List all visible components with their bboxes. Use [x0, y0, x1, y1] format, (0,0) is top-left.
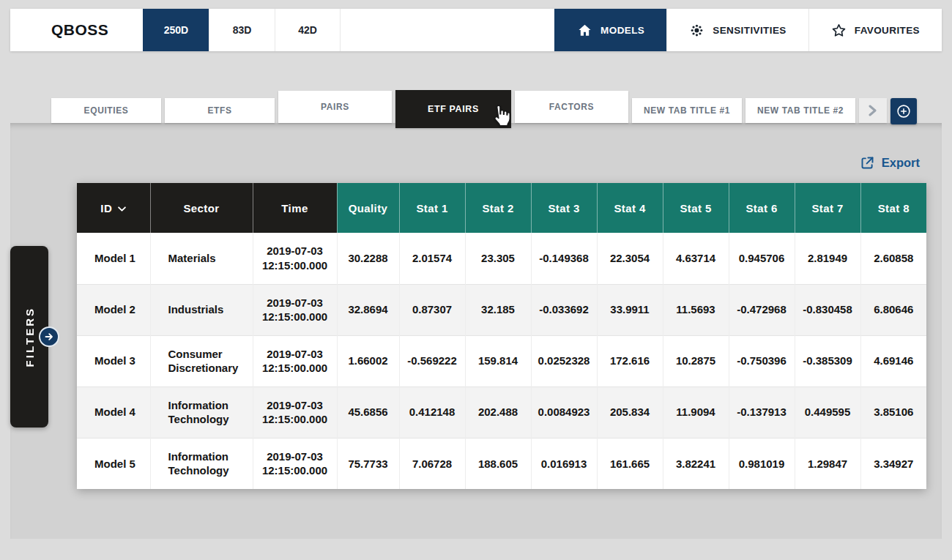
table-row[interactable]: Model 1Materials2019-07-03 12:15:00.0003… — [77, 233, 926, 284]
period-tab-83d[interactable]: 83D — [209, 9, 275, 51]
cell-id: Model 5 — [77, 438, 150, 489]
models-table: IDSectorTimeQualityStat 1Stat 2Stat 3Sta… — [77, 183, 926, 489]
cell-sector: Materials — [150, 233, 253, 284]
cell-stat-6: -0.750396 — [729, 335, 795, 387]
nav-label: MODELS — [600, 25, 644, 36]
nav-models[interactable]: MODELS — [554, 9, 666, 51]
cell-stat-2: 23.305 — [465, 233, 531, 284]
cell-quality: 32.8694 — [337, 284, 399, 335]
cell-stat-2: 202.488 — [465, 387, 531, 438]
tab-new-tab-title-1[interactable]: NEW TAB TITLE #1 — [632, 98, 742, 123]
cell-stat-5: 10.2875 — [663, 335, 729, 387]
arrow-right-icon — [44, 332, 54, 342]
cell-stat-3: 0.0252328 — [531, 335, 597, 387]
col-header-label: Quality — [349, 202, 388, 214]
tab-etfs[interactable]: ETFS — [165, 98, 275, 123]
cell-time: 2019-07-03 12:15:00.000 — [253, 233, 337, 284]
cell-stat-3: 0.016913 — [531, 438, 597, 489]
tab-scroll-right-button[interactable] — [859, 98, 887, 123]
cell-stat-2: 188.605 — [465, 438, 531, 489]
period-tab-250d[interactable]: 250D — [143, 9, 209, 51]
col-header-label: Stat 3 — [548, 202, 579, 214]
tab-etf-pairs[interactable]: ETF PAIRS — [395, 90, 511, 128]
add-tab-button[interactable] — [890, 98, 917, 124]
cell-stat-8: 2.60858 — [860, 233, 926, 284]
table-header: IDSectorTimeQualityStat 1Stat 2Stat 3Sta… — [77, 183, 926, 233]
cell-stat-4: 33.9911 — [597, 284, 663, 335]
cell-stat-1: 0.412148 — [399, 387, 465, 438]
cell-stat-3: 0.0084923 — [531, 387, 597, 438]
table-row[interactable]: Model 5Information Technology2019-07-03 … — [77, 438, 926, 489]
col-header-label: Stat 5 — [680, 202, 711, 214]
cell-stat-7: 0.449595 — [795, 387, 860, 438]
gear-icon — [689, 23, 704, 38]
filters-expand-button[interactable] — [39, 326, 59, 347]
col-header-label: Stat 6 — [745, 202, 777, 214]
col-header-label: Stat 7 — [811, 202, 843, 214]
chevron-right-icon — [869, 105, 877, 116]
cell-stat-4: 172.616 — [597, 335, 663, 387]
cell-stat-5: 11.5693 — [663, 284, 729, 335]
export-icon — [860, 155, 875, 171]
model-tabs-row: EQUITIESETFSPAIRSETF PAIRSFACTORSNEW TAB… — [51, 86, 917, 123]
cell-sector: Information Technology — [150, 438, 253, 489]
col-header-label: Stat 4 — [614, 202, 645, 214]
col-header-label: Stat 2 — [482, 202, 513, 214]
cell-quality: 1.66002 — [337, 335, 399, 387]
cell-sector: Industrials — [150, 284, 253, 335]
home-icon — [577, 23, 592, 38]
cell-stat-7: 1.29847 — [795, 438, 860, 489]
export-button[interactable]: Export — [860, 155, 920, 171]
cell-id: Model 1 — [77, 233, 150, 284]
nav-label: FAVOURITES — [855, 25, 920, 36]
filters-label: FILTERS — [23, 307, 36, 367]
cell-time: 2019-07-03 12:15:00.000 — [253, 335, 337, 387]
cell-id: Model 2 — [77, 284, 150, 335]
cell-time: 2019-07-03 12:15:00.000 — [253, 438, 337, 489]
cell-stat-1: -0.569222 — [399, 335, 465, 387]
main-nav: MODELSSENSITIVITIESFAVOURITES — [554, 9, 942, 51]
table-row[interactable]: Model 2Industrials2019-07-03 12:15:00.00… — [77, 284, 926, 335]
tab-pairs[interactable]: PAIRS — [278, 91, 392, 123]
cell-sector: Consumer Discretionary — [150, 335, 253, 387]
tab-factors[interactable]: FACTORS — [515, 91, 628, 123]
cell-stat-8: 3.85106 — [860, 387, 926, 438]
cell-stat-4: 205.834 — [597, 387, 663, 438]
cell-stat-1: 2.01574 — [399, 233, 465, 284]
col-header-quality: Quality — [337, 183, 399, 233]
cell-stat-6: -0.137913 — [729, 387, 795, 438]
cell-stat-2: 32.185 — [465, 284, 531, 335]
sort-chevron-down-icon — [118, 202, 126, 214]
nav-label: SENSITIVITIES — [713, 25, 786, 36]
cell-time: 2019-07-03 12:15:00.000 — [253, 284, 337, 335]
col-header-id[interactable]: ID — [77, 183, 150, 233]
period-tab-42d[interactable]: 42D — [275, 9, 341, 51]
top-bar: QBOSS 250D83D42D MODELSSENSITIVITIESFAVO… — [10, 9, 942, 51]
tab-equities[interactable]: EQUITIES — [51, 98, 161, 123]
col-header-stat-8: Stat 8 — [860, 183, 926, 233]
cell-stat-6: 0.981019 — [729, 438, 795, 489]
cell-quality: 75.7733 — [337, 438, 399, 489]
cell-quality: 30.2288 — [337, 233, 399, 284]
nav-sensitivities[interactable]: SENSITIVITIES — [666, 9, 808, 51]
cell-time: 2019-07-03 12:15:00.000 — [253, 387, 337, 438]
cell-stat-2: 159.814 — [465, 335, 531, 387]
cell-stat-5: 4.63714 — [663, 233, 729, 284]
nav-favourites[interactable]: FAVOURITES — [808, 9, 942, 51]
col-header-label: Sector — [183, 202, 219, 214]
col-header-stat-7: Stat 7 — [795, 183, 860, 233]
plus-icon — [896, 103, 912, 119]
cell-stat-8: 6.80646 — [860, 284, 926, 335]
table-row[interactable]: Model 4Information Technology2019-07-03 … — [77, 387, 926, 438]
col-header-label: Stat 1 — [416, 202, 447, 214]
cell-stat-1: 0.87307 — [399, 284, 465, 335]
tab-new-tab-title-2[interactable]: NEW TAB TITLE #2 — [745, 98, 855, 123]
cell-stat-4: 161.665 — [597, 438, 663, 489]
table-row[interactable]: Model 3Consumer Discretionary2019-07-03 … — [77, 335, 926, 387]
cell-stat-7: -0.830458 — [795, 284, 860, 335]
cell-stat-3: -0.149368 — [531, 233, 597, 284]
table-body: Model 1Materials2019-07-03 12:15:00.0003… — [77, 233, 926, 489]
model-tab-group: EQUITIESETFSPAIRSETF PAIRSFACTORSNEW TAB… — [51, 90, 855, 123]
cell-stat-3: -0.033692 — [531, 284, 597, 335]
cell-stat-6: 0.945706 — [729, 233, 795, 284]
